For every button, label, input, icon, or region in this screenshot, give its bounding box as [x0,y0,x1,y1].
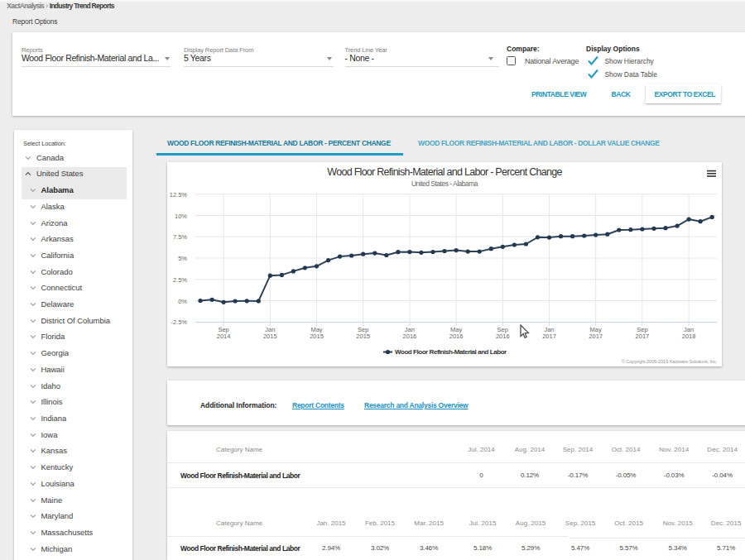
svg-text:2015: 2015 [263,333,277,340]
svg-text:Wood Floor Refinish-Material a: Wood Floor Refinish-Material and Labor -… [327,166,562,178]
svg-text:2015: 2015 [356,333,370,340]
svg-text:2017: 2017 [542,333,556,340]
svg-text:Wood Floor Refinish-Material a: Wood Floor Refinish-Material and Labor [395,348,507,356]
svg-text:2015: 2015 [310,333,324,340]
svg-text:2017: 2017 [636,333,650,340]
svg-text:2016: 2016 [496,333,510,340]
svg-text:2016: 2016 [449,333,464,340]
svg-text:2016: 2016 [403,333,417,340]
svg-text:5%: 5% [178,255,187,262]
svg-text:-2.5%: -2.5% [171,318,187,326]
svg-text:2018: 2018 [682,333,696,340]
svg-text:10%: 10% [175,213,187,220]
svg-text:© Copyright 2005-2019 Xactware: © Copyright 2005-2019 Xactware Solutions… [622,359,718,364]
svg-text:12.5%: 12.5% [170,191,188,199]
svg-text:0%: 0% [178,298,187,305]
svg-text:2017: 2017 [589,333,603,340]
svg-text:United States - Alabama: United States - Alabama [411,179,478,188]
svg-text:2014: 2014 [217,333,231,340]
svg-text:2.5%: 2.5% [173,276,187,284]
svg-text:7.5%: 7.5% [173,233,187,241]
